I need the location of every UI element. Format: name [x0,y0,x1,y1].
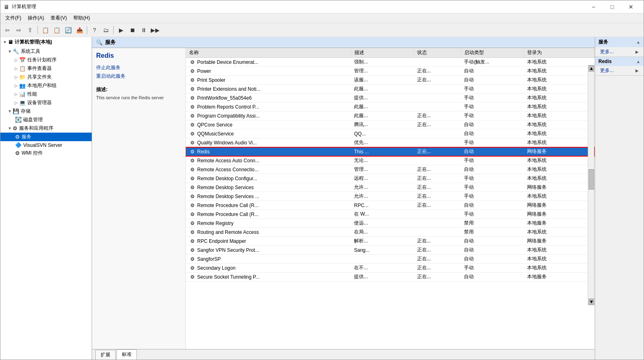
tree-services[interactable]: ⚙ 服务 [0,133,92,141]
right-section-redis: Redis ▲ 更多... ▶ [595,57,644,76]
scroll-up-btn[interactable]: ▲ [589,65,594,72]
toolbar-back[interactable]: ⇦ [2,25,13,35]
col-header-startup[interactable]: 启动类型 [461,48,523,58]
tree-performance[interactable]: ▷ 📊 性能 [0,90,92,98]
table-row[interactable]: ⚙Portable Device Enumerat... 强制... 手动(触发… [186,58,595,67]
service-startup-cell: 手动 [461,138,523,147]
close-button[interactable]: ✕ [622,0,640,13]
menu-file[interactable]: 文件(F) [2,14,24,22]
table-row[interactable]: ⚙PrintWorkflow_55a054e6 提供... 手动 本地系统 [186,94,595,103]
tab-expand[interactable]: 扩展 [95,350,116,360]
toolbar-start[interactable]: ▶ [116,25,126,35]
tree-shared-folders[interactable]: ▷ 📁 共享文件夹 [0,73,92,81]
table-row[interactable]: ⚙SangforSP 正在... 自动 本地系统 [186,255,595,264]
service-desc-cell: 在局... [351,228,413,237]
col-header-desc[interactable]: 描述 [351,48,413,58]
toolbar-stop[interactable]: ⏹ [127,25,138,35]
table-row[interactable]: ⚙Remote Desktop Configur... 远程... 正在... … [186,174,595,183]
tree-task-scheduler[interactable]: ▷ 📅 任务计划程序 [0,56,92,64]
right-section-redis-header[interactable]: Redis ▲ [595,57,644,66]
table-row[interactable]: ⚙Remote Procedure Call (R... 在 W... 手动 网… [186,210,595,219]
table-row[interactable]: ⚙Remote Desktop Services ... 允许... 正在...… [186,192,595,201]
table-row[interactable]: ⚙QPCore Service 腾讯... 正在... 自动 本地系统 [186,120,595,129]
toolbar-forward[interactable]: ⇨ [13,25,24,35]
toolbar-export[interactable]: 📤 [74,25,85,35]
toolbar-pause[interactable]: ⏸ [138,25,149,35]
menu-help[interactable]: 帮助(H) [70,14,93,22]
table-row[interactable]: ⚙Remote Desktop Services 允许... 正在... 手动 … [186,183,595,192]
service-startup-cell: 手动 [461,210,523,219]
service-startup-cell: 自动 [461,120,523,129]
toolbar-copy[interactable]: 📋 [51,25,62,35]
service-startup-cell: 自动 [461,201,523,210]
tree-wmi[interactable]: ⚙ WMI 控件 [0,149,92,157]
service-startup-cell: 自动 [461,165,523,174]
menu-view[interactable]: 查看(V) [47,14,70,22]
table-row[interactable]: ⚙Remote Access Auto Conn... 无论... 手动 本地系… [186,156,595,165]
table-row[interactable]: ⚙Routing and Remote Access 在局... 禁用 本地系统 [186,228,595,237]
toolbar-help[interactable]: ? [89,25,100,35]
service-startup-cell: 手动 [461,85,523,94]
tree-services-apps[interactable]: ▼ ⚙ 服务和应用程序 [0,124,92,133]
right-action-arrow: ▶ [635,50,639,54]
right-action-redis-more[interactable]: 更多... ▶ [595,66,644,75]
col-header-name[interactable]: 名称 [186,48,351,58]
service-row-icon: ⚙ [189,166,196,173]
service-login-cell: 本地系统 [524,255,595,264]
scroll-thumb[interactable] [589,169,594,190]
tree-event-viewer-label: 事件查看器 [27,65,52,72]
toolbar-restart[interactable]: ▶▶ [150,25,160,35]
service-name-cell: ⚙Sangfor VPN Security Prot... [186,246,351,255]
service-desc-cell: 在 W... [351,210,413,219]
services-panel-title: 服务 [105,39,116,46]
table-scrollbar[interactable]: ▲ ▼ [588,65,594,305]
tree-system-tools[interactable]: ▼ 🔧 系统工具 [0,47,92,56]
tree-local-users[interactable]: ▷ 👥 本地用户和组 [0,81,92,90]
toolbar-refresh[interactable]: 🔄 [63,25,73,35]
col-header-login[interactable]: 登录为 [524,48,595,58]
tree-storage[interactable]: ▼ 💾 存储 [0,107,92,116]
table-row[interactable]: ⚙Print Spooler 该服... 正在... 自动 本地系统 [186,76,595,85]
restart-service-link[interactable]: 重启动此服务 [96,73,181,80]
stop-service-link[interactable]: 停止此服务 [96,64,181,71]
toolbar-show-hide[interactable]: 📋 [40,25,51,35]
tree-device-manager[interactable]: ▷ 💻 设备管理器 [0,98,92,107]
menu-action[interactable]: 操作(A) [24,14,47,22]
maximize-button[interactable]: □ [603,0,622,13]
users-icon: 👥 [19,83,26,89]
table-row[interactable]: ⚙RPC Endpoint Mapper 解析... 正在... 自动 网络服务 [186,237,595,246]
table-row[interactable]: ⚙Program Compatibility Assi... 此服... 正在.… [186,111,595,120]
service-login-cell: 本地系统 [524,58,595,67]
service-desc-cell: 管理... [351,165,413,174]
tree-root[interactable]: ▼ 🖥 计算机管理(本地) [0,37,92,47]
tree-local-users-label: 本地用户和组 [27,82,57,89]
table-row[interactable]: ⚙Printer Extensions and Noti... 此服... 手动… [186,85,595,94]
right-action-services-more[interactable]: 更多... ▶ [595,47,644,57]
minimize-button[interactable]: − [584,0,603,13]
service-name-cell: ⚙Quality Windows Audio Vi... [186,138,351,147]
table-row[interactable]: ⚙Sangfor VPN Security Prot... Sang... 正在… [186,246,595,255]
tree-visualsvn[interactable]: 🔷 VisualSVN Server [0,141,92,149]
table-row[interactable]: ⚙Remote Procedure Call (R... RPC... 正在..… [186,201,595,210]
toolbar-view[interactable]: 🗂 [101,25,111,35]
table-row[interactable]: ⚙Redis This ... 正在... 自动 网络服务 [186,147,595,156]
table-row[interactable]: ⚙Remote Access Connectio... 管理... 正在... … [186,165,595,174]
computer-icon: 🖥 [8,39,13,45]
table-row[interactable]: ⚙Remote Registry 使远... 禁用 本地服务 [186,219,595,228]
scroll-down-btn[interactable]: ▼ [589,299,594,305]
table-row[interactable]: ⚙Problem Reports Control P... 此服... 手动 本… [186,103,595,111]
table-row[interactable]: ⚙Secure Socket Tunneling P... 提供... 正在..… [186,273,595,281]
right-section-services-header[interactable]: 服务 ▲ [595,37,644,47]
tree-disk-mgmt[interactable]: 💽 磁盘管理 [0,116,92,124]
services-table-area[interactable]: 名称 描述 状态 启动类型 登录为 ⚙Portable Device Enume… [186,48,595,349]
tab-standard[interactable]: 标准 [116,349,137,360]
col-header-status[interactable]: 状态 [414,48,461,58]
description-pane: Redis 停止此服务 重启动此服务 描述: This service runs… [92,48,186,349]
toolbar-up[interactable]: ⇧ [25,25,35,35]
table-row[interactable]: ⚙QQMusicService QQ... 自动 本地系统 [186,129,595,138]
table-row[interactable]: ⚙Power 管理... 正在... 自动 本地系统 [186,67,595,76]
tree-event-viewer[interactable]: ▷ 📋 事件查看器 [0,64,92,73]
service-name-cell: ⚙Remote Desktop Services ... [186,192,351,201]
table-row[interactable]: ⚙Secondary Logon 在不... 正在... 手动 本地系统 [186,264,595,273]
table-row[interactable]: ⚙Quality Windows Audio Vi... 优先... 手动 本地… [186,138,595,147]
